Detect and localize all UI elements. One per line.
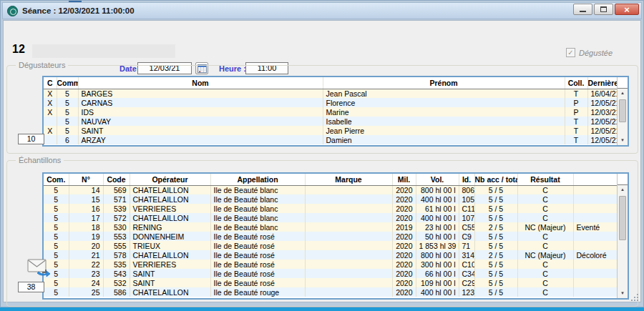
scroll-down-icon[interactable]: ▼ xyxy=(618,136,628,145)
table-cell: 12/05/21 xyxy=(587,135,617,144)
table-cell: 2020 xyxy=(392,204,416,213)
table-cell: C xyxy=(517,185,573,194)
table-row[interactable]: 518530RENINGIle de Beauté blanc201923 hl… xyxy=(44,222,617,232)
degustee-checkbox-row: ✓ Dégustée xyxy=(566,48,613,57)
table-cell xyxy=(305,194,392,204)
table-row[interactable]: X5SAINTJean PierreT12/05/21 xyxy=(44,126,617,135)
table-cell: 555 xyxy=(103,241,130,250)
table-cell xyxy=(305,204,392,213)
table-cell: 800 hl 00 l xyxy=(416,185,459,194)
column-header[interactable]: C xyxy=(44,77,57,89)
close-button[interactable]: × xyxy=(615,4,639,15)
table-cell: 5 / 5 xyxy=(474,241,517,250)
minimize-button[interactable] xyxy=(573,4,592,15)
table-cell: Ile de Beauté blanc xyxy=(210,185,305,194)
scroll-up-icon[interactable]: ▲ xyxy=(618,185,628,194)
table-cell: NC (Majeur) xyxy=(517,222,573,232)
table-cell: Ile de Beauté blanc xyxy=(210,204,305,213)
table-cell: 553 xyxy=(103,232,130,241)
table-cell: CHATELAILLON xyxy=(130,185,210,194)
column-header[interactable]: Coll. xyxy=(565,77,587,89)
table-row[interactable]: 523543SAINTIle de Beauté rosé202066 hl 0… xyxy=(44,269,617,278)
scrollbar-thumb[interactable] xyxy=(619,99,626,122)
table-row[interactable]: X5IDSMarineP12/03/21 xyxy=(44,107,617,117)
table-cell: 5 xyxy=(57,117,78,126)
table-row[interactable]: 521578CHATELAILLONIle de Beauté rosé2020… xyxy=(44,250,617,260)
scrollbar-thumb[interactable] xyxy=(619,196,626,240)
scroll-down-icon[interactable]: ▼ xyxy=(618,289,628,298)
table-cell: 5 / 5 xyxy=(474,204,517,213)
table-row[interactable]: 520555TRIEUXIle de Beauté rosé20201 853 … xyxy=(44,241,617,250)
column-header[interactable]: Marque xyxy=(305,174,392,185)
table-cell: 400 hl 00 l xyxy=(416,287,459,297)
table-cell: 20 xyxy=(69,241,103,250)
column-header[interactable]: Vol. xyxy=(416,174,459,185)
send-mail-button[interactable] xyxy=(24,253,52,279)
table-cell: C xyxy=(517,278,573,287)
table-cell: X xyxy=(44,89,57,98)
titlebar[interactable]: Séance : 12/03/2021 11:00:00 xyxy=(2,2,642,19)
scrollbar-header-spacer xyxy=(618,77,628,89)
column-header[interactable] xyxy=(573,174,617,185)
table-row[interactable]: 515571CHATELAILLONIle de Beauté blanc202… xyxy=(44,194,617,204)
table-cell: Ile de Beauté rosé xyxy=(210,269,305,278)
table-cell: 5 / 5 xyxy=(474,278,517,287)
table-row[interactable]: 522535VERRIERESIle de Beauté rosé2020300… xyxy=(44,260,617,269)
table-row[interactable]: X5BARGESJean PascalT16/04/21 xyxy=(44,89,617,98)
table-cell xyxy=(573,260,617,269)
echantillons-scrollbar[interactable]: ▲ ▼ xyxy=(617,174,628,298)
table-cell: NC (Majeur) xyxy=(517,250,573,260)
table-cell: 50 hl 00 l xyxy=(416,232,459,241)
table-row[interactable]: 525586CHATELAILLONIle de Beauté rouge202… xyxy=(44,287,617,297)
column-header[interactable]: Opérateur xyxy=(130,174,210,185)
scroll-up-icon[interactable]: ▲ xyxy=(618,89,628,98)
table-cell xyxy=(573,269,617,278)
column-header[interactable]: Nom xyxy=(78,77,323,89)
table-row[interactable]: X5CARNASFlorenceP12/05/21 xyxy=(44,98,617,107)
table-cell: 806 xyxy=(459,185,474,194)
table-row[interactable]: 514569CHATELAILLONIle de Beauté blanc202… xyxy=(44,185,617,194)
column-header[interactable]: Com. xyxy=(44,174,69,185)
column-header[interactable]: N° xyxy=(69,174,103,185)
table-cell: C55 xyxy=(459,222,474,232)
table-cell: RENING xyxy=(130,222,210,232)
table-cell: ARZAY xyxy=(78,135,323,144)
column-header[interactable]: Prénom xyxy=(323,77,565,89)
column-header[interactable]: Code xyxy=(103,174,130,185)
column-header[interactable]: Dernière xyxy=(587,77,617,89)
table-cell: NAUVAY xyxy=(78,117,323,126)
maximize-button[interactable] xyxy=(594,4,613,15)
column-header[interactable]: Mil. xyxy=(392,174,416,185)
column-header[interactable]: Comm. xyxy=(57,77,78,89)
seance-name-field-disabled xyxy=(32,44,175,58)
column-header[interactable]: Résultat xyxy=(517,174,573,185)
table-cell: C34 xyxy=(459,269,474,278)
table-cell: Jean Pascal xyxy=(323,89,565,98)
table-row[interactable]: 517572CHATELAILLONIle de Beauté blanc202… xyxy=(44,213,617,222)
table-row[interactable]: 6ARZAYDamienT12/05/21 xyxy=(44,135,617,144)
degustee-checkbox: ✓ xyxy=(566,48,575,57)
table-cell: 539 xyxy=(103,204,130,213)
resize-grip[interactable] xyxy=(631,294,638,301)
table-cell: 5 xyxy=(57,126,78,135)
table-cell: C xyxy=(517,287,573,297)
degustateurs-scrollbar[interactable]: ▲ ▼ xyxy=(617,77,628,145)
table-cell: VERRIERES xyxy=(130,204,210,213)
column-header[interactable]: Id. xyxy=(459,174,474,185)
table-cell: CHATELAILLON xyxy=(130,213,210,222)
column-header[interactable]: Appellation xyxy=(210,174,305,185)
table-cell: 2020 xyxy=(392,287,416,297)
minimize-icon xyxy=(580,10,586,12)
table-row[interactable]: 5NAUVAYIsabelleT12/05/21 xyxy=(44,117,617,126)
table-row[interactable]: 519553DONNENHEIMIle de Beauté rosé202050… xyxy=(44,232,617,241)
table-cell: 5 xyxy=(44,232,69,241)
table-cell: SAINT xyxy=(130,269,210,278)
table-cell: 5 xyxy=(44,287,69,297)
column-header[interactable]: Nb acc / total xyxy=(474,174,517,185)
table-cell: C9 xyxy=(459,232,474,241)
table-cell: Ile de Beauté rosé xyxy=(210,260,305,269)
table-row[interactable]: 516539VERRIERESIle de Beauté blanc202061… xyxy=(44,204,617,213)
table-row[interactable]: 524532SAINTIle de Beauté rosé2020109 hl … xyxy=(44,278,617,287)
table-cell: 107 xyxy=(459,213,474,222)
window-title: Séance : 12/03/2021 11:00:00 xyxy=(22,6,135,15)
